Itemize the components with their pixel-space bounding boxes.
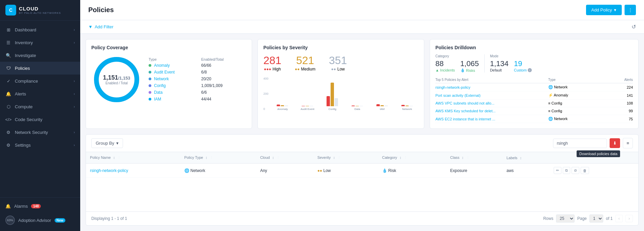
policy-name-link[interactable]: rsingh-network-policy [90,168,128,173]
more-options-button[interactable]: ⋮ [624,5,636,15]
resize-handle[interactable]: ⋮ [210,155,213,160]
drilldown-policy-name[interactable]: rsingh-network-policy [435,85,548,89]
prev-page-button[interactable]: ‹ [615,215,623,222]
drilldown-alerts-count: 99 [605,109,633,113]
medium-severity-stat: 521 ●● Medium [295,54,315,71]
chart-bar-groups: Anomaly Audit Event Config Data [271,77,419,111]
drilldown-policy-name[interactable]: Port scan activity (External) [435,93,548,97]
drilldown-alerts-count: 108 [605,101,633,105]
sidebar-item-network-security[interactable]: ⚙ Network Security › [0,126,80,139]
severity-chart: 400 200 0 Anomaly Audit Event [263,77,418,117]
filter-label: Add Filter [95,24,114,29]
resize-handle[interactable]: ⋮ [276,155,280,160]
sidebar-item-label: Alerts [15,91,70,96]
pagination: Rows 25 50 100 Page 1 of 1 ‹ › [543,214,633,223]
chevron-down-icon: ▾ [116,141,119,146]
group-by-label: Group By [96,141,114,146]
sidebar-item-label: Settings [15,143,70,148]
columns-icon: ≡ [626,141,629,146]
displaying-text: Displaying 1 - 1 of 1 [91,216,127,221]
columns-button[interactable]: ≡ [623,138,633,148]
cloud-cell: Any [256,164,313,178]
resize-handle[interactable]: ⋮ [337,155,341,160]
sidebar-item-dashboard[interactable]: ⊞ Dashboard › [0,23,80,36]
of-label: of 1 [606,216,613,221]
rows-label: Rows [543,216,553,221]
info-icon: i [528,68,532,72]
drilldown-col1-header: Top 5 Policies by Alert [435,78,548,82]
default-label: Default [490,68,509,72]
chart-group: Network [396,73,419,111]
sidebar-item-alarms[interactable]: 🔔 Alarms 148 [0,200,80,212]
coverage-content: 1,151/1,153 Enabled / Total Type Enabled… [91,54,246,105]
incidents-count: 88 [435,59,455,68]
download-tooltip: Download policies data [577,150,620,157]
drilldown-policy-name[interactable]: AWS KMS Key scheduled for delet... [435,109,548,113]
sidebar-item-investigate[interactable]: 🔍 Investigate [0,49,80,62]
reset-filter-button[interactable]: ↺ [632,24,636,30]
disable-button[interactable]: ⊘ [572,167,579,174]
sidebar-item-compute[interactable]: ⬡ Compute › [0,100,80,113]
chart-group-label: Audit Event [301,108,314,111]
toolbar-right: ⬇ Download policies data ≡ [553,138,633,148]
next-page-button[interactable]: › [625,215,633,222]
sidebar-item-inventory[interactable]: ☰ Inventory › [0,36,80,49]
clone-button[interactable]: ⧉ [563,167,570,174]
donut-chart: 1,151/1,153 Enabled / Total [91,54,142,105]
incidents-label: ▲ Incidents [435,68,455,72]
drilldown-policy-name[interactable]: AWS VPC subnets should not allo... [435,101,548,105]
edit-button[interactable]: ✏ [554,167,561,174]
sidebar-item-label: Inventory [15,40,70,45]
main-header: Policies Add Policy ▾ ⋮ [80,0,644,20]
page-label: Page [577,216,587,221]
type-icon: ≡ [548,101,550,105]
sidebar-item-compliance[interactable]: ✓ Compliance › [0,75,80,87]
sidebar-item-adoption-advisor[interactable]: 63% Adoption Advisor New [0,212,80,228]
risk-icon: 💧 [382,168,387,173]
severity-col-header: Severity ↕ ⋮ [313,152,378,164]
bell-icon: 🔔 [5,204,11,209]
drilldown-col3-header: Alerts [605,78,633,82]
drilldown-table: Top 5 Policies by Alert Type Alerts rsin… [435,77,633,123]
add-policy-button[interactable]: Add Policy ▾ [586,5,622,15]
drilldown-card-title: Policies Drilldown [435,45,633,50]
sidebar-item-code-security[interactable]: </> Code Security [0,113,80,126]
class-cell: Exposure [446,164,502,178]
search-input[interactable] [553,139,607,148]
bar-group [351,73,363,106]
severity-card: Policies by Severity 281 ●●● High 521 ●●… [257,39,424,129]
download-button[interactable]: ⬇ [610,138,620,148]
low-bar [285,106,288,106]
sidebar-item-policies[interactable]: 🛡 Policies [0,62,80,75]
drilldown-table-row: Port scan activity (External) ⚡ Anomaly … [435,91,633,99]
delete-button[interactable]: 🗑 [581,167,589,174]
chart-group-label: Network [402,108,412,111]
chart-group: Audit Event [296,73,319,111]
sidebar-item-label: Compute [15,104,70,109]
sidebar-item-alerts[interactable]: 🔔 Alerts › [0,87,80,100]
drilldown-policy-name[interactable]: AWS EC2 instance that is internet ... [435,117,548,121]
resize-handle[interactable]: ⋮ [117,155,121,160]
drilldown-alerts-count: 75 [605,117,633,121]
add-filter-button[interactable]: ▼ Add Filter [88,24,114,29]
high-bar [277,105,280,106]
chart-group: Data [346,73,369,111]
chart-y-axis: 400 200 0 [263,77,270,111]
sidebar-nav: ⊞ Dashboard › ☰ Inventory › 🔍 Investigat… [0,21,80,197]
page-number-select[interactable]: 1 [589,214,603,223]
drilldown-table-body: rsingh-network-policy 🌐 Network 224 Port… [435,83,633,123]
medium-bar [405,106,409,106]
chevron-down-icon: ▾ [614,7,616,12]
medium-bar [281,105,284,106]
low-label: ●● Low [329,67,347,71]
bar-group [327,73,338,106]
rows-per-page-select[interactable]: 25 50 100 [556,214,575,223]
group-by-button[interactable]: Group By ▾ [91,138,123,148]
resize-handle[interactable]: ⋮ [404,155,407,160]
type-icon: ⚡ [548,93,553,97]
alarms-label: Alarms [14,204,28,209]
drilldown-policy-type: ≡ Config [548,101,605,105]
sort-icon: ↕ [113,155,115,160]
resize-handle[interactable]: ⋮ [466,155,470,160]
sidebar-item-settings[interactable]: ⚙ Settings › [0,139,80,151]
